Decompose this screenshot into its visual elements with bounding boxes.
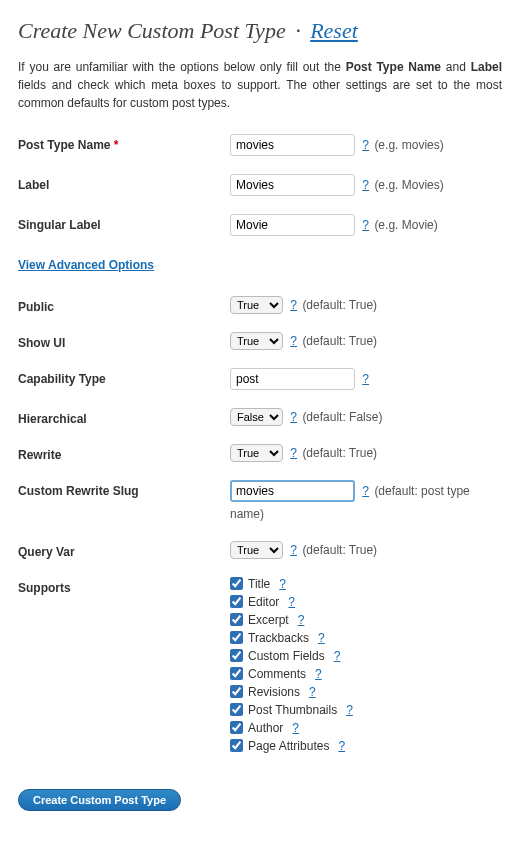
help-icon[interactable]: ? [279, 577, 286, 591]
help-icon[interactable]: ? [290, 334, 297, 348]
page-title: Create New Custom Post Type · Reset [18, 18, 502, 44]
input-post-type-name[interactable] [230, 134, 355, 156]
hint-post-type-name: (e.g. movies) [374, 138, 443, 152]
supports-item-label: Title [248, 577, 270, 591]
supports-item[interactable]: Excerpt? [230, 613, 502, 627]
title-separator: · [295, 18, 301, 43]
help-icon[interactable]: ? [338, 739, 345, 753]
row-supports: Supports Title?Editor?Excerpt?Trackbacks… [18, 577, 502, 753]
supports-item-label: Revisions [248, 685, 300, 699]
label-custom-rewrite-slug: Custom Rewrite Slug [18, 480, 230, 498]
supports-checkbox[interactable] [230, 595, 243, 608]
select-rewrite[interactable]: True False [230, 444, 283, 462]
supports-item-label: Excerpt [248, 613, 289, 627]
supports-checkbox[interactable] [230, 649, 243, 662]
supports-item[interactable]: Editor? [230, 595, 502, 609]
row-rewrite: Rewrite True False ? (default: True) [18, 444, 502, 462]
supports-item-label: Post Thumbnails [248, 703, 337, 717]
supports-checkbox[interactable] [230, 577, 243, 590]
help-icon[interactable]: ? [298, 613, 305, 627]
supports-item-label: Trackbacks [248, 631, 309, 645]
label-post-type-name: Post Type Name * [18, 134, 230, 152]
help-icon[interactable]: ? [318, 631, 325, 645]
label-rewrite: Rewrite [18, 444, 230, 462]
supports-checkbox[interactable] [230, 739, 243, 752]
hint-hierarchical: (default: False) [302, 410, 382, 424]
supports-checkbox[interactable] [230, 631, 243, 644]
row-query-var: Query Var True False ? (default: True) [18, 541, 502, 559]
label-capability-type: Capability Type [18, 368, 230, 386]
help-icon[interactable]: ? [362, 372, 369, 386]
supports-item-label: Editor [248, 595, 279, 609]
help-icon[interactable]: ? [362, 138, 369, 152]
help-icon[interactable]: ? [334, 649, 341, 663]
supports-list: Title?Editor?Excerpt?Trackbacks?Custom F… [230, 577, 502, 753]
supports-item[interactable]: Author? [230, 721, 502, 735]
select-show-ui[interactable]: True False [230, 332, 283, 350]
input-custom-rewrite-slug[interactable] [230, 480, 355, 502]
supports-item[interactable]: Revisions? [230, 685, 502, 699]
row-show-ui: Show UI True False ? (default: True) [18, 332, 502, 350]
view-advanced-link[interactable]: View Advanced Options [18, 258, 154, 272]
supports-item[interactable]: Custom Fields? [230, 649, 502, 663]
hint-singular-label: (e.g. Movie) [374, 218, 437, 232]
hint-public: (default: True) [302, 298, 377, 312]
supports-checkbox[interactable] [230, 613, 243, 626]
label-supports: Supports [18, 577, 230, 595]
label-show-ui: Show UI [18, 332, 230, 350]
supports-item[interactable]: Post Thumbnails? [230, 703, 502, 717]
input-capability-type[interactable] [230, 368, 355, 390]
help-icon[interactable]: ? [288, 595, 295, 609]
row-post-type-name: Post Type Name * ? (e.g. movies) [18, 134, 502, 156]
label-label: Label [18, 174, 230, 192]
help-icon[interactable]: ? [290, 446, 297, 460]
hint-query-var: (default: True) [302, 543, 377, 557]
supports-item[interactable]: Title? [230, 577, 502, 591]
supports-checkbox[interactable] [230, 685, 243, 698]
label-query-var: Query Var [18, 541, 230, 559]
row-label: Label ? (e.g. Movies) [18, 174, 502, 196]
supports-checkbox[interactable] [230, 703, 243, 716]
supports-item-label: Custom Fields [248, 649, 325, 663]
input-singular-label[interactable] [230, 214, 355, 236]
row-singular-label: Singular Label ? (e.g. Movie) [18, 214, 502, 236]
help-icon[interactable]: ? [346, 703, 353, 717]
help-icon[interactable]: ? [292, 721, 299, 735]
help-icon[interactable]: ? [362, 218, 369, 232]
help-icon[interactable]: ? [309, 685, 316, 699]
select-query-var[interactable]: True False [230, 541, 283, 559]
hint-label: (e.g. Movies) [374, 178, 443, 192]
supports-item[interactable]: Trackbacks? [230, 631, 502, 645]
supports-item-label: Page Attributes [248, 739, 329, 753]
help-icon[interactable]: ? [290, 543, 297, 557]
hint-show-ui: (default: True) [302, 334, 377, 348]
supports-checkbox[interactable] [230, 667, 243, 680]
row-public: Public True False ? (default: True) [18, 296, 502, 314]
hint-slug-line2: name) [230, 506, 502, 523]
advanced-options-toggle: View Advanced Options [18, 254, 502, 272]
supports-item-label: Comments [248, 667, 306, 681]
supports-item-label: Author [248, 721, 283, 735]
hint-slug-line1: (default: post type [374, 484, 469, 498]
select-hierarchical[interactable]: False True [230, 408, 283, 426]
help-icon[interactable]: ? [290, 298, 297, 312]
supports-item[interactable]: Comments? [230, 667, 502, 681]
create-button[interactable]: Create Custom Post Type [18, 789, 181, 811]
select-public[interactable]: True False [230, 296, 283, 314]
help-icon[interactable]: ? [362, 178, 369, 192]
row-capability-type: Capability Type ? [18, 368, 502, 390]
input-label[interactable] [230, 174, 355, 196]
row-custom-rewrite-slug: Custom Rewrite Slug ? (default: post typ… [18, 480, 502, 523]
supports-item[interactable]: Page Attributes? [230, 739, 502, 753]
label-public: Public [18, 296, 230, 314]
label-singular-label: Singular Label [18, 214, 230, 232]
help-icon[interactable]: ? [315, 667, 322, 681]
reset-link[interactable]: Reset [310, 18, 358, 43]
help-icon[interactable]: ? [362, 484, 369, 498]
hint-rewrite: (default: True) [302, 446, 377, 460]
help-icon[interactable]: ? [290, 410, 297, 424]
title-text: Create New Custom Post Type [18, 18, 286, 43]
intro-text: If you are unfamiliar with the options b… [18, 58, 502, 112]
label-hierarchical: Hierarchical [18, 408, 230, 426]
supports-checkbox[interactable] [230, 721, 243, 734]
